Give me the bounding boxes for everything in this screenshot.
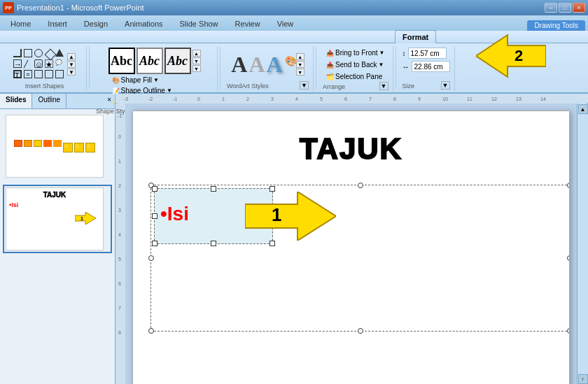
style-swatch-2[interactable]: Abc — [136, 48, 163, 74]
style-scroll-up[interactable]: ▲ — [192, 50, 201, 57]
insert-shapes-group: → ╱ ☺ ★ 💬 T = ▲ ▼ ▼ — [3, 46, 87, 91]
title-bar-controls[interactable]: – □ × — [545, 3, 585, 13]
shape-extra1-icon[interactable] — [34, 70, 43, 78]
slides-tab[interactable]: Slides — [0, 94, 32, 108]
wordart-expand[interactable]: ▼ — [300, 81, 309, 90]
svg-text:6: 6 — [118, 281, 121, 286]
svg-text:-2: -2 — [148, 97, 153, 101]
shape-arrow-icon[interactable]: → — [13, 59, 22, 68]
arrange-expand[interactable]: ▼ — [379, 82, 388, 90]
thumb-shape-2 — [24, 140, 32, 147]
height-input[interactable] — [408, 48, 447, 59]
text-handle-tr[interactable] — [270, 186, 275, 192]
width-input[interactable] — [412, 61, 450, 72]
bring-front-icon: 📤 — [326, 50, 334, 57]
scroll-up-btn[interactable]: ▲ — [578, 104, 588, 114]
tab-design[interactable]: Design — [76, 17, 115, 31]
arrow-svg-1: 1 — [245, 192, 336, 241]
style-swatch-3[interactable]: Abc — [164, 48, 191, 74]
wordart-btn-1[interactable]: A — [231, 52, 247, 78]
svg-text:1: 1 — [80, 216, 83, 221]
style-scroll-down[interactable]: ▼ — [192, 57, 201, 64]
shape-line-icon[interactable]: ╱ — [24, 59, 32, 68]
shape-rect-icon[interactable] — [13, 49, 22, 57]
wordart-label-row: WordArt Styles ▼ — [227, 81, 309, 90]
outline-tab[interactable]: Outline — [32, 94, 66, 108]
handle-mr[interactable] — [567, 255, 570, 261]
svg-text:5: 5 — [118, 257, 121, 262]
svg-rect-21 — [115, 104, 125, 384]
slide-thumb-2[interactable]: 2 TAJUK •Isi 1 — [3, 185, 112, 253]
close-button[interactable]: × — [573, 3, 585, 13]
shape-scroll-down[interactable]: ▼ — [67, 61, 76, 68]
text-handle-tl[interactable] — [152, 186, 158, 192]
wordart-btn-2[interactable]: A — [248, 52, 265, 78]
svg-text:11: 11 — [467, 97, 472, 101]
wordart-scroll-down[interactable]: ▼ — [296, 61, 304, 68]
text-fill-icon[interactable]: 🎨 — [285, 55, 297, 66]
tab-home[interactable]: Home — [3, 17, 38, 31]
text-handle-bl[interactable] — [152, 241, 158, 246]
divider-4 — [396, 46, 396, 88]
shape-smiley-icon[interactable]: ☺ — [34, 59, 43, 68]
shape-rounded-icon[interactable] — [24, 49, 32, 57]
bring-to-front-button[interactable]: 📤 Bring to Front ▼ — [323, 48, 388, 58]
shape-fill-button[interactable]: 🎨 Shape Fill ▼ — [108, 75, 176, 85]
slide-canvas-area[interactable]: TAJUK — [125, 104, 577, 384]
wordart-scroll-up[interactable]: ▲ — [296, 53, 304, 60]
slide-nav-btns: ↑ ↓ — [578, 374, 589, 384]
text-handle-ml[interactable] — [152, 213, 158, 219]
shape-scroll-up[interactable]: ▲ — [67, 53, 76, 60]
style-scroll-more[interactable]: ▼ — [192, 65, 201, 72]
shape-diamond-icon[interactable] — [45, 49, 57, 61]
slide-canvas[interactable]: TAJUK — [132, 111, 570, 384]
fill-arrow: ▼ — [153, 77, 159, 83]
handle-tm[interactable] — [358, 183, 363, 188]
prev-slide-btn[interactable]: ↑ — [578, 374, 588, 384]
shape-oval-icon[interactable] — [34, 49, 43, 57]
size-group: ↕ ↔ Size ▼ — [398, 46, 455, 91]
slide-inner-2: TAJUK •Isi 1 — [6, 187, 104, 250]
shape-extra2-icon[interactable] — [45, 70, 53, 78]
app-logo: PP — [3, 2, 14, 13]
size-expand[interactable]: ▼ — [441, 81, 450, 90]
send-to-back-button[interactable]: 📥 Send to Back ▼ — [323, 59, 387, 70]
minimize-button[interactable]: – — [545, 3, 557, 13]
tab-slideshow[interactable]: Slide Show — [172, 17, 226, 31]
shape-scroll-more[interactable]: ▼ — [67, 69, 76, 76]
thumb-shape-1 — [14, 140, 22, 147]
shape-triangle-icon[interactable] — [55, 49, 64, 57]
wordart-scroll-more[interactable]: ▼ — [296, 69, 304, 76]
handle-tr[interactable] — [567, 183, 570, 188]
thumb-shape-star-2: ⭐ — [74, 143, 84, 152]
text-handle-tm[interactable] — [211, 186, 216, 192]
thumb-shape-star-3: ⭐ — [85, 143, 95, 152]
handle-bm[interactable] — [358, 328, 363, 334]
wordart-btn-3[interactable]: A — [267, 52, 283, 78]
shape-textbox-icon[interactable]: T — [13, 70, 22, 78]
tab-animations[interactable]: Animations — [117, 17, 170, 31]
tab-insert[interactable]: Insert — [40, 17, 75, 31]
selection-pane-button[interactable]: 🗂️ Selection Pane — [323, 71, 386, 82]
shape-extra3-icon[interactable] — [55, 70, 64, 78]
svg-text:0: 0 — [197, 97, 200, 101]
slide-inner-1: ⭐ ⭐ ⭐ — [6, 115, 104, 178]
svg-marker-32 — [245, 192, 336, 241]
slide-title: TAJUK — [133, 132, 569, 166]
maximize-button[interactable]: □ — [559, 3, 571, 13]
style-swatch-1[interactable]: Abc — [108, 48, 135, 74]
shape-star-icon[interactable]: ★ — [45, 59, 53, 68]
slide-thumb-1[interactable]: 1 ⭐ ⭐ ⭐ — [3, 112, 112, 180]
tab-view[interactable]: View — [270, 17, 302, 31]
handle-bl[interactable] — [148, 328, 154, 334]
shape-eq-icon[interactable]: = — [24, 70, 32, 78]
svg-text:0: 0 — [118, 134, 121, 139]
tab-review[interactable]: Review — [227, 17, 268, 31]
shape-callout-icon[interactable]: 💬 — [55, 59, 64, 68]
handle-br[interactable] — [567, 328, 570, 334]
style-swatches-row: Abc Abc Abc ▲ ▼ ▼ — [108, 48, 201, 74]
text-handle-bm[interactable] — [211, 241, 216, 246]
handle-ml[interactable] — [148, 255, 154, 261]
yellow-arrow-shape-1[interactable]: 1 — [245, 192, 336, 242]
tab-format[interactable]: Format — [395, 30, 436, 43]
